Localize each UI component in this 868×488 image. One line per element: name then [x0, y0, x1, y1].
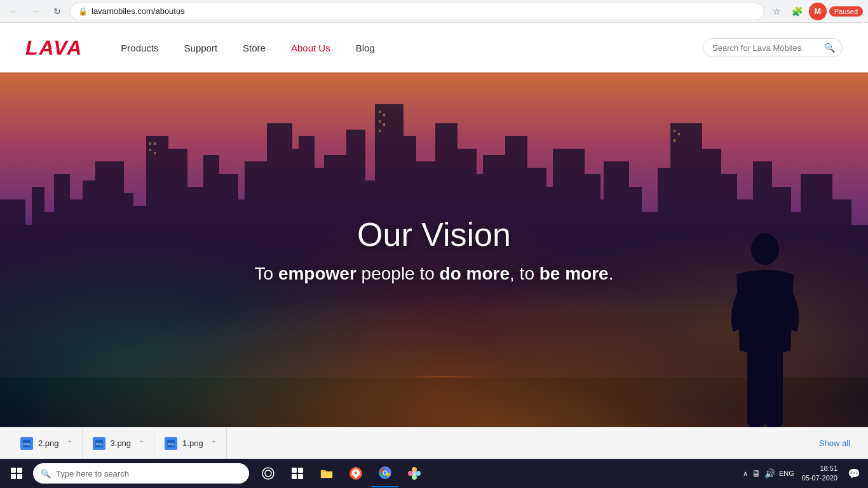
- system-clock[interactable]: 18:51 05-07-2020: [797, 464, 843, 484]
- download-chevron-1[interactable]: ⌃: [67, 440, 72, 447]
- download-filename-1: 2.png: [38, 438, 59, 448]
- svg-rect-82: [298, 474, 303, 479]
- svg-point-68: [754, 334, 776, 349]
- cortana-button[interactable]: [254, 459, 282, 487]
- show-all-button[interactable]: Show all: [811, 435, 858, 452]
- notification-icon[interactable]: 💬: [845, 465, 863, 482]
- nav-links: Products Support Store About Us Blog: [121, 43, 703, 53]
- language-indicator[interactable]: ENG: [779, 470, 794, 477]
- download-file-icon-3: PNG: [165, 437, 177, 450]
- profile-button[interactable]: M: [809, 3, 827, 20]
- logo[interactable]: LAVA: [25, 36, 83, 60]
- task-view-button[interactable]: [283, 459, 311, 487]
- paint-button[interactable]: [400, 459, 428, 487]
- network-icon[interactable]: 🖥: [752, 468, 761, 478]
- download-file-icon-2: PNG: [93, 437, 105, 450]
- taskbar-search[interactable]: 🔍 Type here to search: [33, 463, 249, 484]
- logo-text: LAVA: [25, 36, 83, 60]
- svg-text:PNG: PNG: [96, 442, 103, 446]
- download-chevron-3[interactable]: ⌃: [211, 440, 216, 447]
- svg-rect-55: [154, 152, 156, 154]
- url-text: lavamobiles.com/aboutus: [92, 6, 756, 16]
- svg-rect-69: [747, 348, 765, 427]
- svg-point-90: [416, 471, 421, 476]
- svg-text:PNG: PNG: [168, 442, 175, 446]
- chrome-button[interactable]: [371, 459, 399, 487]
- search-box[interactable]: 🔍: [703, 38, 843, 57]
- svg-rect-59: [383, 123, 385, 126]
- download-chevron-2[interactable]: ⌃: [139, 440, 144, 447]
- svg-point-91: [412, 475, 417, 480]
- taskbar-app-icons: [252, 459, 431, 487]
- download-file-icon: PNG: [20, 437, 33, 450]
- clock-time: 18:51: [802, 464, 837, 473]
- svg-point-88: [408, 471, 413, 476]
- svg-point-89: [412, 467, 417, 472]
- brave-button[interactable]: [342, 459, 370, 487]
- back-button[interactable]: ←: [5, 3, 23, 20]
- svg-rect-70: [765, 348, 783, 427]
- system-icons: ∧ 🖥 🔊 ENG: [743, 468, 794, 478]
- address-bar[interactable]: 🔒 lavamobiles.com/aboutus: [70, 3, 764, 20]
- download-filename-3: 1.png: [182, 438, 203, 448]
- bookmark-button[interactable]: ☆: [768, 3, 786, 20]
- nav-products[interactable]: Products: [121, 43, 158, 53]
- forward-button[interactable]: →: [27, 3, 44, 20]
- download-item-1png[interactable]: PNG 1.png ⌃: [154, 428, 227, 459]
- svg-point-77: [262, 468, 274, 479]
- svg-rect-62: [678, 133, 680, 135]
- clock-date: 05-07-2020: [802, 473, 837, 483]
- nav-about[interactable]: About Us: [291, 43, 330, 53]
- windows-icon: [11, 468, 22, 479]
- svg-point-78: [265, 470, 271, 477]
- svg-rect-53: [154, 142, 156, 145]
- svg-rect-61: [674, 130, 675, 132]
- taskbar-search-text: Type here to search: [56, 469, 129, 478]
- svg-point-87: [384, 471, 387, 475]
- paused-badge: Paused: [829, 6, 863, 17]
- download-item-2png[interactable]: PNG 2.png ⌃: [10, 428, 83, 459]
- website: LAVA Products Support Store About Us Blo…: [0, 23, 868, 427]
- hero-subtitle: To empower people to do more, to be more…: [255, 264, 614, 284]
- taskbar-tray: ∧ 🖥 🔊 ENG 18:51 05-07-2020 💬: [743, 464, 865, 484]
- svg-point-92: [412, 471, 416, 475]
- file-explorer-button[interactable]: [313, 459, 341, 487]
- download-item-3png[interactable]: PNG 3.png ⌃: [83, 428, 155, 459]
- navbar: LAVA Products Support Store About Us Blo…: [0, 23, 868, 72]
- nav-store[interactable]: Store: [243, 43, 266, 53]
- search-input[interactable]: [712, 43, 819, 53]
- taskbar-search-icon: 🔍: [41, 469, 51, 478]
- svg-rect-56: [379, 111, 381, 113]
- volume-icon[interactable]: 🔊: [764, 468, 775, 478]
- download-filename-2: 3.png: [111, 438, 132, 448]
- extensions-button[interactable]: 🧩: [789, 3, 806, 20]
- hero-section: Our Vision To empower people to do more,…: [0, 72, 868, 427]
- hero-content: Our Vision To empower people to do more,…: [255, 215, 614, 284]
- nav-support[interactable]: Support: [184, 43, 218, 53]
- download-bar: PNG 2.png ⌃ PNG 3.png ⌃ PNG 1.png ⌃ Show…: [0, 427, 868, 459]
- svg-rect-54: [149, 149, 151, 151]
- svg-rect-81: [292, 474, 297, 479]
- svg-rect-58: [379, 120, 381, 123]
- svg-rect-52: [149, 142, 151, 145]
- person-silhouette-svg: [714, 224, 816, 427]
- lock-icon: 🔒: [78, 7, 88, 16]
- nav-blog[interactable]: Blog: [356, 43, 375, 53]
- svg-point-67: [751, 233, 779, 265]
- browser-chrome: ← → ↻ 🔒 lavamobiles.com/aboutus ☆ 🧩 M Pa…: [0, 0, 868, 23]
- svg-text:PNG: PNG: [24, 442, 31, 446]
- svg-rect-60: [379, 130, 381, 132]
- start-button[interactable]: [3, 459, 31, 487]
- reload-button[interactable]: ↻: [48, 3, 66, 20]
- svg-rect-80: [298, 468, 303, 473]
- taskbar: 🔍 Type here to search: [0, 459, 868, 488]
- svg-rect-57: [383, 114, 385, 116]
- svg-rect-79: [292, 468, 297, 473]
- hero-title: Our Vision: [255, 215, 614, 254]
- search-icon: 🔍: [824, 43, 835, 53]
- show-hidden-icons[interactable]: ∧: [743, 470, 748, 478]
- browser-actions: ☆ 🧩 M Paused: [768, 3, 863, 20]
- svg-rect-63: [674, 139, 675, 142]
